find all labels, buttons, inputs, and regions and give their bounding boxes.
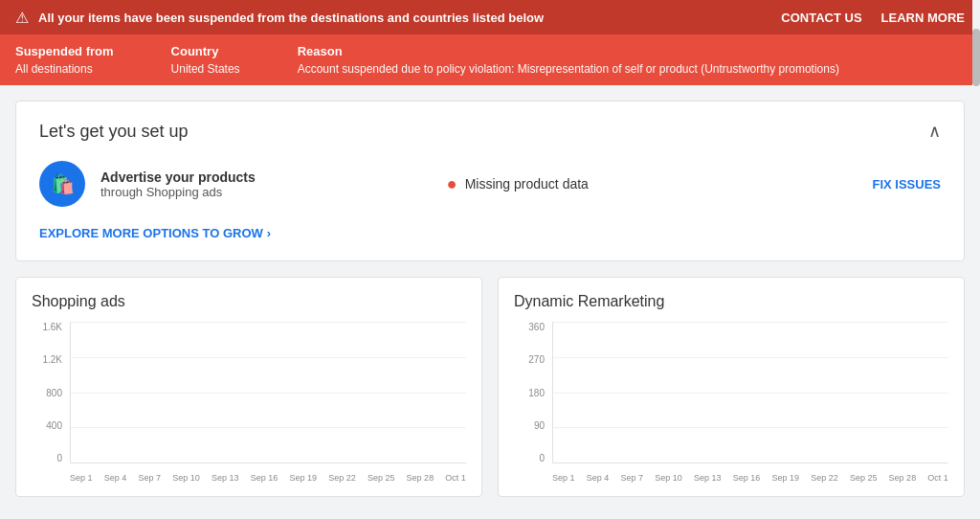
rx-sep28: Sep 28	[889, 473, 917, 483]
remarketing-chart-area: 360 270 180 90 0	[514, 322, 948, 483]
product-icon: 🛍️	[39, 161, 85, 207]
reason-label: Reason	[298, 44, 965, 58]
banner-actions: CONTACT US LEARN MORE	[781, 11, 965, 25]
explore-arrow-icon: ›	[267, 226, 271, 240]
ry-label-3: 90	[534, 420, 545, 431]
setup-header: Let's get you set up ∧	[39, 121, 941, 142]
country-col: Country United States	[171, 44, 240, 76]
scrollbar-thumb[interactable]	[972, 29, 980, 86]
scrollbar[interactable]	[972, 0, 980, 519]
product-title: Advertise your products	[100, 169, 256, 185]
missing-data-label: Missing product data	[465, 176, 589, 192]
y-label-2: 800	[46, 388, 62, 398]
rx-sep1: Sep 1	[552, 473, 575, 483]
y-label-1: 1.2K	[42, 354, 62, 365]
x-label-sep7: Sep 7	[138, 473, 161, 483]
missing-data-section: ● Missing product data FIX ISSUES	[447, 174, 941, 194]
rx-sep10: Sep 10	[655, 473, 682, 483]
reason-value: Account suspended due to policy violatio…	[298, 62, 839, 76]
x-label-sep13: Sep 13	[212, 473, 239, 483]
suspended-from-label: Suspended from	[15, 44, 114, 58]
product-info: Advertise your products through Shopping…	[100, 169, 256, 199]
suspension-banner: ⚠ All your items have been suspended fro…	[0, 0, 980, 34]
shopping-bars	[71, 322, 466, 463]
main-content: Let's get you set up ∧ 🛍️ Advertise your…	[0, 85, 980, 512]
x-label-sep22: Sep 22	[328, 473, 356, 483]
reason-col: Reason Account suspended due to policy v…	[298, 44, 965, 76]
x-label-sep25: Sep 25	[368, 473, 395, 483]
suspended-from-value: All destinations	[15, 62, 93, 76]
rx-sep13: Sep 13	[694, 473, 722, 483]
warning-icon: ⚠	[15, 9, 29, 27]
setup-title: Let's get you set up	[39, 122, 189, 142]
shopping-chart-area: 1.6K 1.2K 800 400 0	[32, 322, 466, 483]
shopping-chart-inner	[70, 322, 466, 463]
rx-sep16: Sep 16	[733, 473, 761, 483]
x-label-sep10: Sep 10	[172, 473, 200, 483]
shopping-ads-chart: Shopping ads 1.6K 1.2K 800 400 0	[15, 277, 482, 497]
ry-label-1: 270	[528, 354, 545, 365]
rx-sep25: Sep 25	[850, 473, 878, 483]
remarketing-y-axis: 360 270 180 90 0	[514, 322, 548, 463]
ry-label-2: 180	[528, 388, 545, 398]
x-label-sep16: Sep 16	[251, 473, 278, 483]
remarketing-chart-inner	[552, 322, 948, 463]
setup-card: Let's get you set up ∧ 🛍️ Advertise your…	[15, 101, 965, 261]
shopping-x-axis: Sep 1 Sep 4 Sep 7 Sep 10 Sep 13 Sep 16 S…	[70, 473, 466, 483]
rx-oct1: Oct 1	[927, 473, 948, 483]
product-subtitle: through Shopping ads	[100, 185, 256, 199]
rx-sep19: Sep 19	[771, 473, 799, 483]
y-label-3: 400	[46, 420, 62, 431]
rx-sep4: Sep 4	[587, 473, 610, 483]
remarketing-chart-title: Dynamic Remarketing	[514, 293, 948, 310]
suspended-from-col: Suspended from All destinations	[15, 44, 114, 76]
setup-row: 🛍️ Advertise your products through Shopp…	[39, 161, 941, 207]
contact-us-link[interactable]: CONTACT US	[781, 11, 861, 25]
shopping-chart-title: Shopping ads	[32, 293, 466, 310]
explore-more-section: EXPLORE MORE OPTIONS TO GROW ›	[39, 222, 941, 241]
ry-label-0: 360	[528, 322, 545, 332]
x-label-sep19: Sep 19	[289, 473, 317, 483]
learn-more-link[interactable]: LEARN MORE	[881, 11, 965, 25]
x-label-sep28: Sep 28	[407, 473, 434, 483]
y-label-0: 1.6K	[42, 322, 62, 332]
y-label-4: 0	[56, 453, 62, 463]
ry-label-4: 0	[539, 453, 545, 463]
remarketing-chart: Dynamic Remarketing 360 270 180 90 0	[498, 277, 965, 497]
suspension-info-bar: Suspended from All destinations Country …	[0, 34, 980, 85]
country-value: United States	[171, 62, 240, 76]
error-icon: ●	[447, 174, 457, 194]
rx-sep7: Sep 7	[620, 473, 643, 483]
x-label-sep1: Sep 1	[70, 473, 93, 483]
collapse-icon[interactable]: ∧	[928, 121, 941, 142]
explore-label: EXPLORE MORE OPTIONS TO GROW	[39, 226, 263, 240]
rx-sep22: Sep 22	[811, 473, 838, 483]
charts-row: Shopping ads 1.6K 1.2K 800 400 0	[15, 277, 965, 497]
remarketing-x-axis: Sep 1 Sep 4 Sep 7 Sep 10 Sep 13 Sep 16 S…	[552, 473, 948, 483]
banner-message: All your items have been suspended from …	[38, 11, 781, 25]
country-label: Country	[171, 44, 240, 58]
remarketing-bars	[553, 322, 948, 463]
x-label-oct1: Oct 1	[445, 473, 466, 483]
x-label-sep4: Sep 4	[104, 473, 127, 483]
shopping-y-axis: 1.6K 1.2K 800 400 0	[32, 322, 66, 463]
explore-more-link[interactable]: EXPLORE MORE OPTIONS TO GROW ›	[39, 226, 271, 240]
fix-issues-link[interactable]: FIX ISSUES	[872, 177, 941, 192]
